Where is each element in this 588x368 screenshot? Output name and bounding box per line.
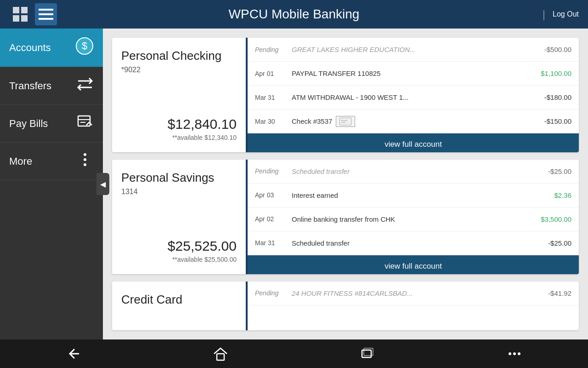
tx-amount: $2.36 [526,191,571,199]
account-left-savings: Personal Savings 1314 $25,525.00 **avail… [112,160,248,274]
sidebar-accounts-label: Accounts [9,42,51,54]
divider: | [543,8,545,21]
transaction-row: Pending Scheduled transfer -$25.00 [248,160,579,184]
svg-rect-9 [78,116,90,126]
svg-point-24 [518,352,520,355]
account-left-checking: Personal Checking *9022 $12,840.10 **ava… [112,38,248,152]
bottom-more-button[interactable] [501,344,528,363]
tx-amount: $3,500.00 [526,215,571,223]
svg-rect-4 [39,9,53,11]
account-card-credit: Credit Card Pending 24 HOUR FITNESS #814… [112,282,579,330]
checking-transactions: Pending GREAT LAKES HIGHER EDUCATION... … [248,38,579,133]
view-full-account-checking[interactable]: view full account [248,133,579,152]
account-card-savings: Personal Savings 1314 $25,525.00 **avail… [112,160,579,274]
check-image-icon [336,116,355,127]
tx-amount: $1,100.00 [526,69,571,77]
tx-amount: -$180.00 [526,93,571,101]
transaction-row: Apr 01 PAYPAL TRANSFER 110825 $1,100.00 [248,62,579,86]
checking-balance-available: **available $12,340.10 [121,134,237,141]
savings-balance-available: **available $25,500.00 [121,256,237,263]
app-title: WPCU Mobile Banking [83,7,505,22]
tx-desc: GREAT LAKES HIGHER EDUCATION... [292,46,526,53]
tx-desc: Scheduled transfer [292,239,526,247]
sidebar-item-transfers[interactable]: Transfers [0,67,103,105]
list-view-button[interactable] [35,3,57,25]
top-bar: WPCU Mobile Banking | Log Out [0,0,588,29]
transaction-row: Mar 31 Scheduled transfer -$25.00 [248,231,579,255]
transaction-row: Pending 24 HOUR FITNESS #814CARLSBAD... … [248,282,579,305]
sidebar-collapse-button[interactable]: ◀ [96,173,109,195]
account-right-checking: Pending GREAT LAKES HIGHER EDUCATION... … [248,38,579,152]
tx-desc: ATM WITHDRAWAL - 1900 WEST 1... [292,93,526,101]
svg-text:$: $ [82,40,87,52]
tx-desc: Online banking transfer from CHK [292,215,526,223]
tx-amount: -$25.00 [526,167,571,175]
view-full-account-savings[interactable]: view full account [248,255,579,274]
sidebar-transfers-label: Transfers [9,80,51,92]
main-layout: Accounts $ Transfers Pay Bills [0,29,588,339]
tx-date: Mar 31 [255,94,292,101]
savings-account-name: Personal Savings [121,171,237,185]
tx-date: Apr 02 [255,215,292,223]
svg-rect-15 [339,118,351,125]
content-area: Personal Checking *9022 $12,840.10 **ava… [103,29,588,339]
svg-point-23 [513,352,516,355]
tx-date: Pending [255,289,292,297]
paybills-icon [76,113,94,134]
bottom-nav [0,339,588,368]
account-left-credit: Credit Card [112,282,248,330]
sidebar-item-paybills[interactable]: Pay Bills [0,105,103,143]
transaction-row: Mar 31 ATM WITHDRAWAL - 1900 WEST 1... -… [248,86,579,109]
svg-rect-19 [217,354,224,360]
sidebar-item-more[interactable]: More [0,143,103,180]
sidebar: Accounts $ Transfers Pay Bills [0,29,103,339]
account-right-credit: Pending 24 HOUR FITNESS #814CARLSBAD... … [248,282,579,330]
svg-rect-5 [39,13,53,15]
svg-point-14 [84,163,86,166]
tx-amount: -$150.00 [526,117,571,125]
tx-desc: Scheduled transfer [292,167,526,175]
tx-desc: Interest earned [292,191,526,199]
logout-button[interactable]: Log Out [553,10,579,18]
tx-amount: -$25.00 [526,239,571,247]
tx-date: Mar 31 [255,239,292,247]
savings-transactions: Pending Scheduled transfer -$25.00 Apr 0… [248,160,579,255]
svg-rect-2 [13,15,19,22]
savings-account-number: 1314 [121,188,237,196]
credit-balance [121,319,237,321]
svg-rect-1 [21,7,28,13]
svg-rect-6 [39,18,53,20]
back-button[interactable] [60,344,87,363]
tx-desc: 24 HOUR FITNESS #814CARLSBAD... [292,289,526,297]
tx-amount: -$500.00 [526,46,571,53]
checking-balance: $12,840.10 **available $12,340.10 [121,116,237,141]
transaction-row: Pending GREAT LAKES HIGHER EDUCATION... … [248,38,579,62]
checking-balance-amount: $12,840.10 [121,116,237,132]
transaction-row: Apr 02 Online banking transfer from CHK … [248,207,579,231]
grid-view-button[interactable] [9,3,31,25]
sidebar-more-label: More [9,155,32,167]
sidebar-paybills-label: Pay Bills [9,118,48,130]
tx-desc: Check #3537 [292,116,526,127]
tx-date: Pending [255,46,292,53]
more-icon [76,151,94,172]
account-right-savings: Pending Scheduled transfer -$25.00 Apr 0… [248,160,579,274]
savings-balance-amount: $25,525.00 [121,238,237,254]
tx-date: Apr 03 [255,191,292,199]
transaction-row: Apr 03 Interest earned $2.36 [248,184,579,207]
credit-account-name: Credit Card [121,293,237,307]
home-button[interactable] [207,344,234,363]
accounts-icon: $ [75,37,94,58]
tx-date: Apr 01 [255,70,292,77]
svg-rect-3 [21,15,28,22]
svg-point-22 [509,352,511,355]
svg-rect-0 [13,7,19,13]
sidebar-item-accounts[interactable]: Accounts $ [0,29,103,67]
recent-apps-button[interactable] [354,344,381,363]
account-card-checking: Personal Checking *9022 $12,840.10 **ava… [112,38,579,152]
transaction-row: Mar 30 Check #3537 -$150.00 [248,109,579,133]
checking-account-number: *9022 [121,66,237,74]
credit-transactions: Pending 24 HOUR FITNESS #814CARLSBAD... … [248,282,579,330]
tx-amount: -$41.92 [526,289,571,297]
svg-point-12 [84,153,86,156]
